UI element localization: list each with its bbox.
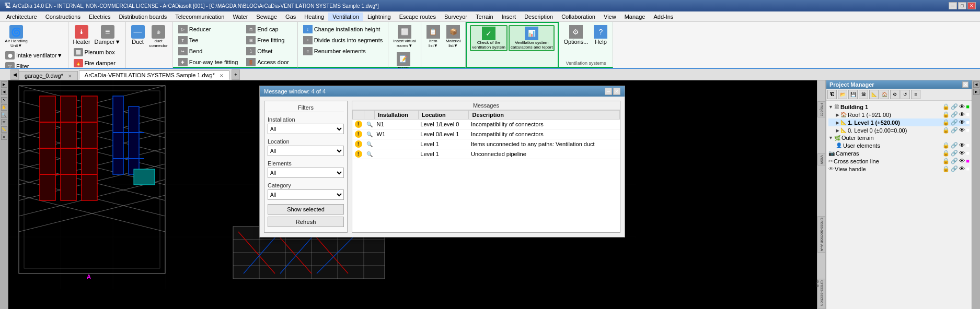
tree-link-cameras[interactable]: 🔗 [951, 150, 958, 157]
tab-cross-section-b[interactable]: Cross-section B-B [817, 279, 826, 309]
tree-item-level1[interactable]: ▶ 📐 1. Level 1 (+520.00) 🔒 🔗 👁 ■ [828, 118, 970, 126]
ribbon-btn-reducer[interactable]: ▷ Reducer [176, 24, 240, 34]
table-row[interactable]: ! 🔍 N1 Level 1/Level 0 Incompatibility o… [353, 120, 620, 129]
pm-tool-level[interactable]: 📐 [869, 90, 879, 99]
ribbon-btn-divide-ducts[interactable]: ⋮ Divide ducts into segments [301, 35, 385, 45]
installation-filter-select[interactable]: All [268, 124, 344, 134]
tree-lock-user[interactable]: 🔒 [942, 142, 950, 149]
menu-surveyor[interactable]: Surveyor [440, 13, 471, 21]
tree-vis-building[interactable]: 👁 [959, 103, 965, 110]
pm-tool-refresh[interactable]: ↺ [901, 90, 910, 99]
elements-filter-select[interactable]: All [268, 168, 344, 178]
tree-lock-roof[interactable]: 🔒 [942, 111, 950, 118]
tree-vis-cross[interactable]: 👁 [959, 158, 965, 164]
tree-color-level0[interactable]: ■ [966, 127, 970, 134]
close-button[interactable]: ✕ [967, 2, 976, 9]
menu-heating[interactable]: Heating [300, 13, 328, 21]
ribbon-btn-item-list[interactable]: 📋 Itemlist▼ [424, 24, 442, 49]
ribbon-btn-bend[interactable]: ↪ Bend [176, 46, 240, 56]
menu-escape-routes[interactable]: Escape routes [395, 13, 440, 21]
tree-item-roof[interactable]: ▶ 🏠 Roof 1 (+921.00) 🔒 🔗 👁 ■ [828, 111, 970, 118]
tool-select[interactable]: ↖ [1, 97, 7, 103]
ribbon-btn-options[interactable]: ⚙ Options... [562, 24, 590, 46]
maximize-button[interactable]: □ [958, 2, 966, 9]
tree-color-cameras[interactable]: ■ [966, 150, 970, 157]
tool-zoom[interactable]: 🔍 [1, 112, 7, 118]
ribbon-btn-four-way[interactable]: ✚ Four-way tee fitting [176, 57, 240, 67]
tree-vis-cameras[interactable]: 👁 [959, 150, 965, 157]
show-selected-button[interactable]: Show selected [268, 204, 344, 215]
refresh-button[interactable]: Refresh [268, 217, 344, 227]
ribbon-btn-plenum-box[interactable]: ⬜ Plenum box [72, 47, 122, 57]
tree-link-user[interactable]: 🔗 [951, 142, 958, 149]
menu-electrics[interactable]: Electrics [85, 13, 115, 21]
menu-architecture[interactable]: Architecture [2, 13, 41, 21]
tab-cross-section-a[interactable]: Cross-section A-A [817, 216, 826, 253]
left-panel-btn-2[interactable]: ◀ [1, 89, 7, 95]
tree-lock-view[interactable]: 🔒 [942, 165, 950, 172]
right-panel-btn-2[interactable]: ▶ [973, 89, 979, 95]
tree-vis-roof[interactable]: 👁 [959, 111, 965, 118]
tree-lock-cross[interactable]: 🔒 [942, 158, 950, 164]
tab-garage[interactable]: garage_0.dwg* ✕ [19, 71, 78, 80]
tab-add-button[interactable]: + [232, 69, 240, 80]
ribbon-btn-air-handling[interactable]: 🌀 Air HandlingUnit▼ [3, 24, 29, 49]
tree-lock-level1[interactable]: 🔒 [942, 119, 950, 126]
tree-lock-building[interactable]: 🔒 [942, 103, 950, 110]
pm-tool-new[interactable]: 🏗 [827, 90, 837, 99]
location-filter-select[interactable]: All [268, 146, 344, 156]
menu-add-ins[interactable]: Add-Ins [649, 13, 677, 21]
menu-lightning[interactable]: Lightning [363, 13, 395, 21]
tree-color-view[interactable]: ■ [966, 165, 970, 172]
ribbon-btn-insert-desc[interactable]: 📝 Insertdescription [391, 51, 415, 69]
menu-terrain[interactable]: Terrain [471, 13, 498, 21]
menu-manage[interactable]: Manage [620, 13, 650, 21]
ribbon-btn-end-cap[interactable]: ⊓ End cap [244, 24, 291, 34]
table-row[interactable]: ! 🔍 W1 Level 0/Level 1 Incompatibility o… [353, 129, 620, 139]
menu-water[interactable]: Water [228, 13, 252, 21]
tree-color-cross[interactable]: ■ [966, 158, 970, 164]
ribbon-btn-free-fitting[interactable]: ⊞ Free fitting [244, 35, 291, 45]
menu-gas[interactable]: Gas [281, 13, 300, 21]
ribbon-btn-change-height[interactable]: ↕ Change installation height [301, 24, 383, 34]
tree-link-building[interactable]: 🔗 [951, 103, 958, 110]
table-row[interactable]: ! 🔍 Level 1 Items unconnected to any pat… [353, 139, 620, 149]
tree-link-view[interactable]: 🔗 [951, 165, 958, 172]
menu-constructions[interactable]: Constructions [41, 13, 85, 21]
ribbon-btn-virtual-rooms[interactable]: ⬜ Insert virtualrooms▼ [391, 24, 418, 49]
tree-color-roof[interactable]: ■ [966, 111, 970, 118]
ribbon-btn-tee[interactable]: T Tee [176, 35, 240, 45]
ribbon-btn-fire-damper[interactable]: 🔥 Fire damper [72, 58, 122, 68]
ribbon-btn-material-list[interactable]: 📦 Materiallist▼ [444, 24, 462, 49]
tab-garage-close[interactable]: ✕ [68, 74, 72, 79]
tree-vis-user[interactable]: 👁 [959, 142, 965, 149]
tree-lock-level0[interactable]: 🔒 [942, 127, 950, 134]
tab-ventilation-sample[interactable]: ArCaDia-VENTILATION SYSTEMS Sample 1.dwg… [79, 70, 229, 80]
menu-telecommunication[interactable]: Telecommunication [171, 13, 228, 21]
tree-item-view-handle[interactable]: 👁 View handle 🔒 🔗 👁 ■ [828, 165, 970, 173]
tree-link-roof[interactable]: 🔗 [951, 111, 958, 118]
ribbon-btn-filter[interactable]: ▽ Filter [3, 61, 65, 69]
table-row[interactable]: ! 🔍 Level 1 Unconnected pipeline [353, 149, 620, 159]
ribbon-btn-duct-connector[interactable]: ⊕ ductconnector [148, 24, 169, 49]
ribbon-btn-offset[interactable]: ⤵ Offset [244, 46, 291, 56]
tree-item-cameras[interactable]: 📷 Cameras 🔒 🔗 👁 ■ [828, 149, 970, 157]
ribbon-btn-help[interactable]: ? Help [592, 24, 609, 46]
tree-item-user-elements[interactable]: 👤 User elements 🔒 🔗 👁 ■ [828, 141, 970, 149]
tool-layer[interactable]: ≡ [1, 134, 7, 140]
menu-collaboration[interactable]: Collaboration [557, 13, 599, 21]
tab-view[interactable]: View [817, 153, 826, 165]
ribbon-btn-damper[interactable]: ≡ Damper▼ [93, 24, 122, 46]
pm-close-button[interactable]: ✕ [962, 81, 969, 88]
tree-item-outer-terrain[interactable]: ▼ 🌿 Outer terrain [828, 134, 970, 141]
dialog-close-button[interactable]: ✕ [613, 88, 620, 95]
ribbon-btn-calculations[interactable]: 📊 Ventilation systemcalculations and rep… [509, 25, 555, 51]
tool-measure[interactable]: 📏 [1, 126, 7, 133]
ribbon-btn-heater[interactable]: 🌡 Heater [72, 24, 92, 46]
tree-link-cross[interactable]: 🔗 [951, 158, 958, 164]
ribbon-btn-access-door[interactable]: 🚪 Access door [244, 57, 291, 67]
tree-item-building[interactable]: ▼ 🏛 Building 1 🔒 🔗 👁 ■ [828, 103, 970, 111]
dialog-minimize-button[interactable]: ─ [605, 88, 612, 95]
tool-pan[interactable]: ✋ [1, 104, 7, 111]
right-panel-btn-1[interactable]: ◀ [973, 81, 979, 88]
